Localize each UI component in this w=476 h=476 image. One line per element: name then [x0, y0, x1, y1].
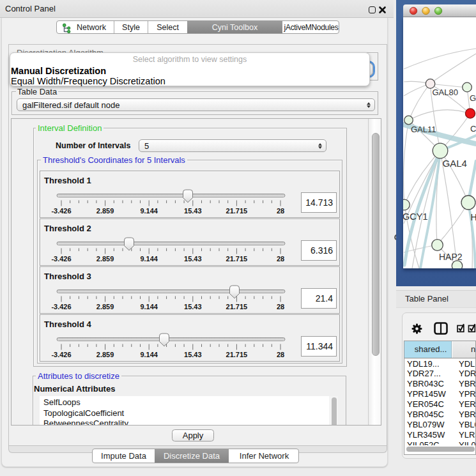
svg-text:GAL80: GAL80: [433, 88, 458, 97]
svg-text:15.43: 15.43: [184, 207, 202, 215]
svg-text:2.859: 2.859: [96, 303, 114, 311]
svg-text:9.144: 9.144: [140, 255, 158, 263]
svg-text:28: 28: [277, 303, 284, 311]
svg-text:15.43: 15.43: [184, 303, 202, 311]
svg-text:21.715: 21.715: [226, 255, 248, 263]
svg-text:-3.426: -3.426: [51, 255, 71, 263]
svg-text:HAP2: HAP2: [439, 252, 463, 262]
svg-text:9.144: 9.144: [140, 303, 158, 311]
svg-text:15.43: 15.43: [184, 255, 202, 263]
svg-text:15.43: 15.43: [184, 351, 202, 358]
svg-text:21.715: 21.715: [226, 207, 248, 215]
svg-text:21.715: 21.715: [226, 303, 248, 311]
svg-text:2.859: 2.859: [96, 255, 114, 263]
svg-text:2.859: 2.859: [96, 207, 114, 215]
svg-text:GCY1: GCY1: [403, 211, 428, 222]
svg-text:21.715: 21.715: [226, 351, 248, 358]
svg-text:GAL11: GAL11: [411, 125, 436, 134]
svg-text:-3.426: -3.426: [51, 303, 71, 311]
svg-text:2.859: 2.859: [96, 351, 114, 358]
svg-text:H: H: [471, 212, 476, 222]
svg-text:-3.426: -3.426: [51, 207, 71, 215]
svg-text:9.144: 9.144: [140, 207, 158, 215]
svg-text:28: 28: [277, 351, 284, 358]
svg-text:9.144: 9.144: [140, 351, 158, 358]
svg-text:28: 28: [277, 255, 284, 263]
svg-text:CL: CL: [470, 124, 476, 134]
svg-text:GAL: GAL: [470, 93, 476, 103]
svg-text:GAL4: GAL4: [443, 158, 467, 169]
svg-text:28: 28: [277, 207, 284, 215]
svg-text:-3.426: -3.426: [51, 351, 71, 358]
